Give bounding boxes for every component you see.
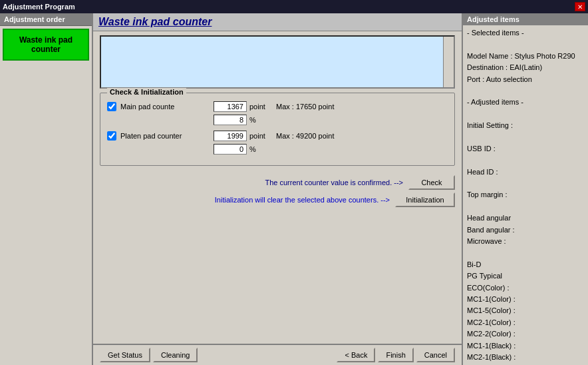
right-panel-content[interactable]: - Selected items - Model Name : Stylus P… bbox=[463, 25, 588, 365]
list-item: MC1-1(Color) : bbox=[467, 294, 584, 304]
platen-pad-checkbox[interactable] bbox=[107, 131, 116, 141]
cancel-button[interactable]: Cancel bbox=[416, 348, 455, 362]
platen-pad-percent-unit: % bbox=[249, 145, 269, 153]
main-layout: Adjustment order Waste ink pad counter W… bbox=[0, 13, 588, 365]
platen-pad-row: Platen pad counter 1999 point Max : 4920… bbox=[107, 131, 448, 141]
main-pad-row: Main pad counte 1367 point Max : 17650 p… bbox=[107, 101, 448, 112]
list-item: MC2-1(Black) : bbox=[467, 352, 584, 362]
main-pad-group: Main pad counte 1367 point Max : 17650 p… bbox=[107, 101, 448, 125]
check-button[interactable]: Check bbox=[408, 175, 455, 190]
platen-pad-label: Platen pad counter bbox=[120, 132, 214, 140]
left-panel: Adjustment order Waste ink pad counter bbox=[0, 13, 93, 365]
initialization-button[interactable]: Initialization bbox=[395, 192, 455, 207]
list-item: MC1-5(Color) : bbox=[467, 306, 584, 316]
main-pad-unit: point bbox=[249, 103, 269, 111]
output-area bbox=[100, 35, 455, 89]
list-item: Bi-D bbox=[467, 260, 584, 270]
main-pad-max: Max : 17650 point bbox=[276, 103, 334, 111]
platen-pad-value[interactable]: 1999 bbox=[214, 131, 247, 141]
center-title: Waste ink pad counter bbox=[98, 16, 212, 27]
get-status-button[interactable]: Get Status bbox=[100, 348, 150, 362]
right-panel-items: Model Name : Stylus Photo R290Destinatio… bbox=[467, 39, 584, 365]
center-content: Check & Initialization Main pad counte bbox=[93, 31, 462, 344]
list-item bbox=[467, 248, 584, 258]
list-item: MC1-1(Black) : bbox=[467, 341, 584, 351]
adjustment-order-item[interactable]: Waste ink pad counter bbox=[3, 29, 89, 61]
finish-button[interactable]: Finish bbox=[378, 348, 413, 362]
main-pad-label: Main pad counte bbox=[120, 103, 214, 111]
center-panel: Waste ink pad counter Check & Initializa… bbox=[93, 13, 462, 365]
list-item bbox=[467, 202, 584, 212]
main-pad-percent-unit: % bbox=[249, 116, 269, 124]
list-item bbox=[467, 86, 584, 96]
list-item: Head angular bbox=[467, 213, 584, 223]
confirm-text: The current counter value is confirmed. … bbox=[100, 179, 403, 186]
close-button[interactable]: ✕ bbox=[575, 2, 585, 11]
section-title: Check & Initialization bbox=[107, 88, 186, 96]
left-panel-header: Adjustment order bbox=[0, 13, 92, 26]
list-item bbox=[467, 155, 584, 165]
bottom-toolbar: Get Status Cleaning < Back Finish Cancel bbox=[93, 344, 462, 365]
main-pad-value[interactable]: 1367 bbox=[214, 101, 247, 112]
main-pad-checkbox[interactable] bbox=[107, 102, 116, 111]
check-init-section: Check & Initialization Main pad counte bbox=[100, 93, 455, 166]
list-item bbox=[467, 179, 584, 188]
list-item: Band angular : bbox=[467, 225, 584, 235]
title-bar: Adjustment Program ✕ bbox=[0, 0, 588, 13]
title-bar-text: Adjustment Program bbox=[3, 3, 75, 11]
output-scrollbar[interactable] bbox=[443, 37, 454, 87]
platen-pad-percent-value[interactable]: 0 bbox=[214, 144, 247, 155]
list-item: Destination : EAI(Latin) bbox=[467, 63, 584, 73]
list-item: Initial Setting : bbox=[467, 121, 584, 131]
right-panel-header: Adjusted items bbox=[463, 13, 588, 25]
list-item: MC2-1(Color) : bbox=[467, 318, 584, 328]
platen-pad-unit: point bbox=[249, 132, 269, 140]
confirm-area: The current counter value is confirmed. … bbox=[100, 175, 455, 190]
list-item bbox=[467, 39, 584, 49]
cleaning-button[interactable]: Cleaning bbox=[153, 348, 198, 362]
list-item: PG Typical bbox=[467, 271, 584, 281]
platen-pad-percent-row: 0 % bbox=[214, 144, 448, 155]
platen-pad-max: Max : 49200 point bbox=[276, 132, 334, 140]
center-header: Waste ink pad counter bbox=[93, 13, 462, 31]
list-item: USB ID : bbox=[467, 144, 584, 154]
list-item: MC2-2(Color) : bbox=[467, 329, 584, 339]
list-item bbox=[467, 133, 584, 143]
init-text: Initialization will clear the selected a… bbox=[100, 196, 390, 204]
list-item: - Adjusted items - bbox=[467, 97, 584, 107]
list-item: Microwave : bbox=[467, 236, 584, 246]
init-area: Initialization will clear the selected a… bbox=[100, 192, 455, 207]
right-panel: Adjusted items - Selected items - Model … bbox=[462, 13, 588, 365]
list-item bbox=[467, 109, 584, 119]
selected-items-label: - Selected items - bbox=[467, 28, 584, 38]
list-item: Model Name : Stylus Photo R290 bbox=[467, 51, 584, 61]
list-item: Port : Auto selection bbox=[467, 75, 584, 85]
main-pad-percent-row: 8 % bbox=[214, 115, 448, 125]
platen-pad-group: Platen pad counter 1999 point Max : 4920… bbox=[107, 131, 448, 155]
list-item: Top margin : bbox=[467, 190, 584, 200]
list-item: ECO(Color) : bbox=[467, 283, 584, 293]
list-item: Head ID : bbox=[467, 167, 584, 177]
back-button[interactable]: < Back bbox=[337, 348, 375, 362]
main-pad-percent-value[interactable]: 8 bbox=[214, 115, 247, 125]
